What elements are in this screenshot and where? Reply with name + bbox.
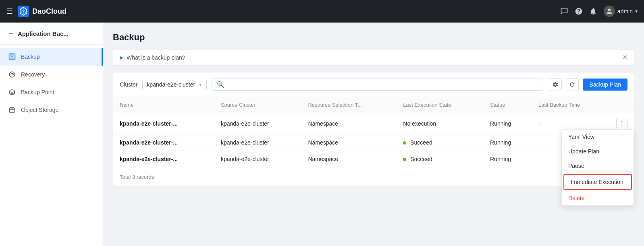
col-source-cluster: Source Cluster [214, 97, 302, 113]
col-name: Name [113, 97, 214, 113]
info-banner-text: What is a backup plan? [127, 54, 185, 61]
row2-resource-selection: Namespace [301, 134, 397, 151]
row3-source-cluster: kpanda-e2e-cluster [214, 151, 302, 167]
row1-name: kpanda-e2e-cluster-... [113, 113, 214, 134]
sidebar-nav: Backup Recovery Backup Point [0, 45, 103, 122]
info-chevron-icon[interactable]: ▶ [120, 55, 123, 60]
sidebar-item-label-backup: Backup [21, 54, 40, 60]
avatar [604, 6, 615, 17]
row3-resource-selection: Namespace [301, 151, 397, 167]
sidebar-item-recovery[interactable]: Recovery [0, 66, 103, 83]
main-content: Backup ▶ What is a backup plan? ✕ Cluste… [103, 23, 644, 246]
col-last-backup-time: Last Backup Time [532, 97, 610, 113]
table-row: kpanda-e2e-cluster-... kpanda-e2e-cluste… [113, 113, 634, 134]
sidebar-item-backup-point[interactable]: Backup Point [0, 83, 103, 101]
back-arrow-icon: ← [8, 30, 15, 37]
table-header-row: Name Source Cluster Resource Selection T… [113, 97, 634, 113]
sidebar-back-button[interactable]: ← Application Bac... [0, 23, 103, 45]
object-storage-icon [8, 106, 16, 114]
svg-point-2 [9, 72, 15, 77]
row2-last-execution: Succeed [397, 134, 484, 151]
context-menu-yaml-view[interactable]: Yaml View [562, 130, 634, 144]
svg-rect-4 [9, 108, 15, 113]
row3-last-execution: Succeed [397, 151, 484, 167]
topnav-left: ☰ DaoCloud [6, 6, 66, 17]
row2-status: Running [484, 134, 532, 151]
cluster-label: Cluster [120, 81, 137, 88]
table-row: kpanda-e2e-cluster-... kpanda-e2e-cluste… [113, 151, 634, 167]
search-icon: 🔍 [217, 81, 224, 88]
logo-area: DaoCloud [18, 6, 66, 17]
hamburger-icon[interactable]: ☰ [6, 7, 13, 16]
cluster-select-value: kpanda-e2e-cluster [147, 81, 195, 88]
sidebar-item-label-recovery: Recovery [21, 71, 45, 78]
svg-point-3 [10, 90, 15, 92]
info-close-icon[interactable]: ✕ [622, 54, 627, 61]
backup-plan-button[interactable]: Backup Plan [583, 79, 627, 91]
col-actions [610, 97, 634, 113]
layout: ← Application Bac... Backup Recovery [0, 23, 644, 246]
row1-resource-selection: Namespace [301, 113, 397, 134]
total-records: Total 3 records [120, 174, 154, 180]
cluster-select-arrow-icon: ▾ [199, 82, 202, 87]
context-menu-immediate-execution[interactable]: Immediate Execution [563, 174, 632, 190]
toolbar-right: Backup Plan [549, 78, 627, 91]
user-dropdown-icon: ▾ [635, 8, 638, 14]
row1-status: Running [484, 113, 532, 134]
search-input[interactable] [228, 81, 539, 88]
succeed-dot-icon [403, 141, 406, 145]
refresh-icon-btn[interactable] [566, 78, 579, 91]
search-box: 🔍 [212, 79, 544, 91]
succeed-dot-icon-2 [403, 158, 406, 161]
row3-status: Running [484, 151, 532, 167]
row2-source-cluster: kpanda-e2e-cluster [214, 134, 302, 151]
info-banner-left: ▶ What is a backup plan? [120, 54, 185, 61]
context-menu-update-plan[interactable]: Update Plan [562, 144, 634, 159]
row1-last-execution: No execution [397, 113, 484, 134]
table-footer: Total 3 records ‹ › [113, 167, 634, 186]
backup-table: Name Source Cluster Resource Selection T… [113, 97, 634, 167]
context-menu-delete[interactable]: Delete [562, 191, 634, 205]
notification-icon[interactable] [589, 7, 597, 15]
info-banner: ▶ What is a backup plan? ✕ [113, 49, 634, 66]
row1-source-cluster: kpanda-e2e-cluster [214, 113, 302, 134]
settings-icon-btn[interactable] [549, 78, 562, 91]
help-icon[interactable] [575, 7, 583, 15]
row1-action-cell: ⋮ Yaml View Update Plan Pause Immediate … [610, 113, 634, 134]
row3-name: kpanda-e2e-cluster-... [113, 151, 214, 167]
row2-name: kpanda-e2e-cluster-... [113, 134, 214, 151]
sidebar-item-object-storage[interactable]: Object Storage [0, 101, 103, 119]
message-icon[interactable] [560, 7, 568, 15]
logo-icon [18, 6, 29, 17]
context-menu-pause[interactable]: Pause [562, 159, 634, 173]
col-last-execution: Last Execution State [397, 97, 484, 113]
row1-action-btn[interactable]: ⋮ [616, 118, 627, 129]
col-resource-selection: Resource Selection T... [301, 97, 397, 113]
context-menu: Yaml View Update Plan Pause Immediate Ex… [561, 129, 634, 206]
top-navigation: ☰ DaoCloud admin ▾ [0, 0, 644, 23]
topnav-right: admin ▾ [560, 6, 638, 17]
logo-text: DaoCloud [32, 7, 66, 16]
col-status: Status [484, 97, 532, 113]
sidebar-item-label-object-storage: Object Storage [21, 107, 58, 113]
toolbar: Cluster kpanda-e2e-cluster ▾ 🔍 Backup Pl… [113, 72, 634, 97]
username: admin [617, 8, 633, 14]
recovery-icon [8, 70, 16, 79]
user-area[interactable]: admin ▾ [604, 6, 638, 17]
sidebar-item-label-backup-point: Backup Point [21, 89, 54, 95]
sidebar: ← Application Bac... Backup Recovery [0, 23, 103, 246]
backup-icon [8, 53, 16, 61]
sidebar-back-label: Application Bac... [18, 30, 69, 37]
table-container: Name Source Cluster Resource Selection T… [113, 97, 634, 187]
cluster-select[interactable]: kpanda-e2e-cluster ▾ [142, 79, 207, 90]
sidebar-item-backup[interactable]: Backup [0, 48, 103, 66]
backup-point-icon [8, 88, 16, 96]
page-title: Backup [113, 32, 634, 43]
table-row: kpanda-e2e-cluster-... kpanda-e2e-cluste… [113, 134, 634, 151]
